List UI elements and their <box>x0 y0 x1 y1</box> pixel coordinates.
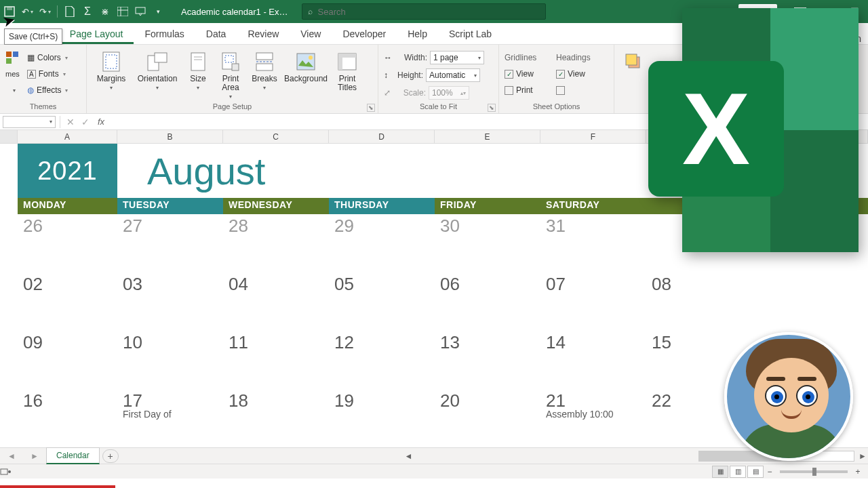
gridlines-view-checkbox[interactable]: ✓View <box>505 66 552 81</box>
cancel-formula-icon[interactable]: ✕ <box>63 117 78 127</box>
clear-filter-icon[interactable]: ⋇ <box>98 5 112 18</box>
ribbon-display-icon[interactable] <box>787 0 814 23</box>
scroll-right-icon[interactable]: ► <box>857 451 868 461</box>
calendar-cell[interactable]: 21Assembly 10:00 <box>540 389 646 447</box>
fx-icon[interactable]: fx <box>93 117 109 127</box>
margins-button[interactable]: Margins▾ <box>92 47 130 91</box>
tab-page-layout[interactable]: Page Layout <box>59 24 134 44</box>
col-header[interactable]: K <box>810 130 868 143</box>
calendar-cell[interactable]: 14 <box>540 331 646 389</box>
col-header[interactable]: G <box>646 130 753 143</box>
macro-record-icon[interactable] <box>0 467 20 476</box>
col-header[interactable]: E <box>435 130 540 143</box>
effects-button[interactable]: ◍Effects▾ <box>27 83 68 98</box>
col-header[interactable]: F <box>540 130 646 143</box>
undo-button[interactable]: ↶▾ <box>20 5 34 18</box>
calendar-cell[interactable]: 06 <box>435 272 540 331</box>
dialog-launcher-icon[interactable]: ⬊ <box>488 104 496 112</box>
autosave-toggle[interactable] <box>3 5 16 18</box>
chevron-down-icon[interactable]: ▾ <box>5 83 23 98</box>
tab-script-lab[interactable]: Script Lab <box>438 24 502 44</box>
scroll-left-icon[interactable]: ◄ <box>403 451 414 461</box>
calendar-cell[interactable]: 26 <box>18 214 117 272</box>
search-box[interactable]: ⌕ <box>302 3 546 20</box>
presentation-icon[interactable] <box>134 5 147 18</box>
calendar-cell[interactable]: 11 <box>223 331 329 389</box>
view-page-layout-icon[interactable]: ▥ <box>730 466 746 478</box>
headings-view-checkbox[interactable]: ✓View <box>556 66 604 81</box>
day-header[interactable]: THURSDAY <box>329 198 435 214</box>
tab-help[interactable]: Help <box>397 24 438 44</box>
calendar-cell[interactable]: 13 <box>435 331 540 389</box>
fonts-button[interactable]: AFonts▾ <box>27 66 68 81</box>
calendar-cell[interactable]: 15 <box>646 331 753 389</box>
calendar-cell[interactable]: 27 <box>117 214 223 272</box>
headings-print-checkbox[interactable] <box>556 83 604 98</box>
zoom-out-button[interactable]: − <box>765 467 774 476</box>
calendar-cell[interactable]: 31 <box>540 214 646 272</box>
day-header[interactable]: SATURDAY <box>540 198 868 214</box>
orientation-button[interactable]: Orientation▾ <box>134 47 180 91</box>
select-all-cell[interactable] <box>0 130 18 143</box>
day-header[interactable]: WEDNESDAY <box>223 198 329 214</box>
calendar-cell[interactable]: 09 <box>18 331 117 389</box>
background-button[interactable]: Background <box>283 47 328 83</box>
calendar-month[interactable]: August <box>147 149 265 193</box>
col-header[interactable]: B <box>117 130 223 143</box>
colors-button[interactable]: ▦Colors▾ <box>27 50 68 65</box>
worksheet[interactable]: 2021 August MONDAY TUESDAY WEDNESDAY THU… <box>0 144 868 447</box>
sign-in-button[interactable]: Sign in <box>738 4 777 19</box>
tab-comments-partial[interactable]: men <box>843 33 868 44</box>
calendar-cell[interactable]: 08 <box>646 272 753 331</box>
minimize-button[interactable]: — <box>814 0 841 23</box>
calendar-cell[interactable]: 03 <box>117 272 223 331</box>
calendar-cell[interactable]: 17First Day of <box>117 389 223 447</box>
print-area-button[interactable]: Print Area▾ <box>216 47 245 100</box>
zoom-in-button[interactable]: + <box>853 467 863 476</box>
col-header[interactable] <box>753 130 810 143</box>
search-input[interactable] <box>317 6 540 18</box>
calendar-cell[interactable]: 30 <box>435 214 540 272</box>
dialog-launcher-icon[interactable]: ⬊ <box>367 104 375 112</box>
horizontal-scrollbar[interactable] <box>698 451 854 462</box>
calendar-cell[interactable]: 22 <box>646 389 753 447</box>
col-header[interactable]: C <box>223 130 329 143</box>
day-header[interactable]: TUESDAY <box>117 198 223 214</box>
calendar-cell[interactable]: 04 <box>223 272 329 331</box>
themes-button[interactable] <box>5 50 23 65</box>
view-page-break-icon[interactable]: ▤ <box>747 466 764 478</box>
day-header[interactable]: MONDAY <box>18 198 117 214</box>
formula-input[interactable] <box>109 116 868 128</box>
sheet-tab-calendar[interactable]: Calendar <box>46 447 100 464</box>
calendar-cell[interactable]: 05 <box>329 272 435 331</box>
tab-formulas[interactable]: Formulas <box>134 24 195 44</box>
day-header[interactable]: FRIDAY <box>435 198 540 214</box>
bring-forward-button[interactable] <box>620 47 647 73</box>
calendar-cell[interactable]: 20 <box>435 389 540 447</box>
width-selector[interactable]: ↔ Width: 1 page▾ <box>384 50 484 65</box>
name-box[interactable]: ▾ <box>3 116 56 128</box>
size-button[interactable]: Size▾ <box>184 47 212 91</box>
zoom-slider[interactable] <box>780 470 848 473</box>
calendar-cell[interactable]: 10 <box>117 331 223 389</box>
calendar-cell[interactable]: 18 <box>223 389 329 447</box>
tab-data[interactable]: Data <box>195 24 237 44</box>
sheet-nav-prev-icon[interactable]: ◄ <box>0 451 23 461</box>
sheet-nav-next-icon[interactable]: ► <box>23 451 46 461</box>
calendar-cell[interactable]: 16 <box>18 389 117 447</box>
calendar-cell[interactable]: 19 <box>329 389 435 447</box>
view-normal-icon[interactable]: ▦ <box>712 466 728 478</box>
calendar-year[interactable]: 2021 <box>18 144 117 198</box>
height-selector[interactable]: ↕ Height: Automatic▾ <box>384 68 484 83</box>
calendar-cell[interactable]: 29 <box>329 214 435 272</box>
calendar-cell[interactable]: 02 <box>18 272 117 331</box>
calendar-cell[interactable]: 07 <box>540 272 646 331</box>
tab-review[interactable]: Review <box>237 24 290 44</box>
maximize-button[interactable]: ☐ <box>841 0 868 23</box>
new-file-icon[interactable] <box>63 5 77 18</box>
tab-developer[interactable]: Developer <box>332 24 397 44</box>
redo-button[interactable]: ↷▾ <box>38 5 52 18</box>
calendar-cell[interactable]: 12 <box>329 331 435 389</box>
freeze-panes-icon[interactable] <box>116 5 130 18</box>
col-header[interactable]: A <box>18 130 117 143</box>
